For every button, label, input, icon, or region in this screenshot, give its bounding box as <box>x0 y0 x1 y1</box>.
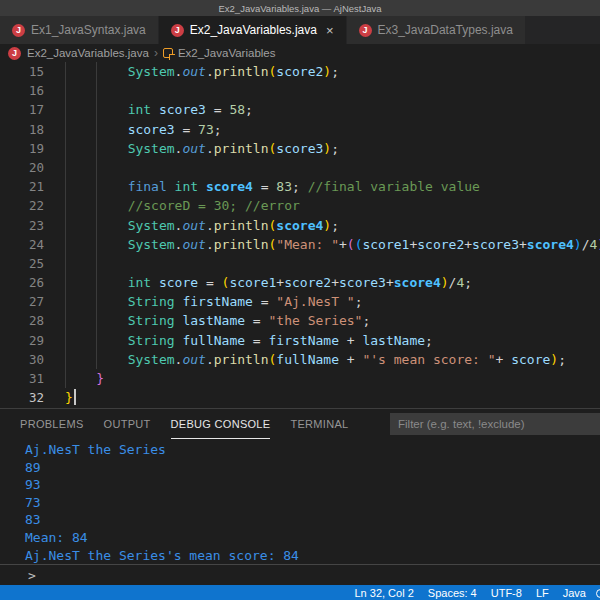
editor-tab[interactable]: JEx2_JavaVariables.java× <box>159 16 347 44</box>
status-item-ln-32-col-2[interactable]: Ln 32, Col 2 <box>354 587 413 599</box>
console-output-line: 89 <box>25 459 600 477</box>
code-text: System.out.println("Mean: "+((score1+sco… <box>44 235 600 254</box>
status-item-java[interactable]: Java <box>563 587 586 599</box>
code-line[interactable]: 25 <box>0 254 600 273</box>
breadcrumb-file[interactable]: Ex2_JavaVariables.java <box>27 47 149 59</box>
code-line[interactable]: 28 String lastName = "the Series"; <box>0 311 600 330</box>
line-number: 15 <box>0 62 44 81</box>
code-line[interactable]: 26 int score = (score1+score2+score3+sco… <box>0 273 600 292</box>
status-item-utf-8[interactable]: UTF-8 <box>491 587 522 599</box>
code-text <box>44 254 65 273</box>
code-line[interactable]: 17 int score3 = 58; <box>0 100 600 119</box>
java-file-icon: J <box>359 24 372 37</box>
title-bar: Ex2_JavaVariables.java — AjNestJava <box>0 0 600 16</box>
java-file-icon: J <box>171 24 184 37</box>
line-number: 24 <box>0 235 44 254</box>
panel-tab-problems[interactable]: PROBLEMS <box>20 409 84 439</box>
line-number: 18 <box>0 120 44 139</box>
code-line[interactable]: 22 //scoreD = 30; //error <box>0 196 600 215</box>
code-text: System.out.println(fullName + "'s mean s… <box>44 350 566 369</box>
code-line[interactable]: 31 } <box>0 369 600 388</box>
line-number: 21 <box>0 177 44 196</box>
line-number: 32 <box>0 388 44 407</box>
code-line[interactable]: 27 String firstName = "Aj.NesT "; <box>0 292 600 311</box>
line-number: 23 <box>0 216 44 235</box>
code-line[interactable]: 16 <box>0 81 600 100</box>
code-line[interactable]: 18 score3 = 73; <box>0 120 600 139</box>
vscode-window: Ex2_JavaVariables.java — AjNestJava JEx1… <box>0 0 600 600</box>
window-title: Ex2_JavaVariables.java — AjNestJava <box>219 3 382 14</box>
java-file-icon: J <box>8 47 21 60</box>
code-line[interactable]: 24 System.out.println("Mean: "+((score1+… <box>0 235 600 254</box>
console-output-line: 93 <box>25 476 600 494</box>
code-line[interactable]: 21 final int score4 = 83; //final variab… <box>0 177 600 196</box>
breadcrumb-symbol[interactable]: Ex2_JavaVariables <box>178 47 276 59</box>
code-text: //scoreD = 30; //error <box>44 196 300 215</box>
editor-tab[interactable]: JEx3_JavaDataTypes.java <box>347 16 526 44</box>
close-icon[interactable]: × <box>326 24 334 37</box>
code-text: int score = (score1+score2+score3+score4… <box>44 273 472 292</box>
code-text: String firstName = "Aj.NesT "; <box>44 292 362 311</box>
console-output-line: Aj.NesT the Series's mean score: 84 <box>25 547 600 564</box>
code-line[interactable]: 29 String fullName = firstName + lastNam… <box>0 331 600 350</box>
code-text <box>44 81 65 100</box>
code-text: System.out.println(score3); <box>44 139 339 158</box>
tab-label: Ex2_JavaVariables.java <box>190 23 317 37</box>
status-item-lf[interactable]: LF <box>536 587 549 599</box>
code-text: } <box>44 388 76 407</box>
editor-tab[interactable]: JEx1_JavaSyntax.java <box>0 16 159 44</box>
line-number: 20 <box>0 158 44 177</box>
line-number: 27 <box>0 292 44 311</box>
code-text: System.out.println(score2); <box>44 62 339 81</box>
code-text: String fullName = firstName + lastName; <box>44 331 433 350</box>
code-text: System.out.println(score4); <box>44 216 339 235</box>
java-file-icon: J <box>12 24 25 37</box>
code-line[interactable]: 15 System.out.println(score2); <box>0 62 600 81</box>
chevron-right-icon: › <box>154 46 158 60</box>
console-output-line: 83 <box>25 511 600 529</box>
line-number: 28 <box>0 311 44 330</box>
bottom-panel: PROBLEMSOUTPUTDEBUG CONSOLETERMINAL Aj.N… <box>0 408 600 585</box>
line-number: 22 <box>0 196 44 215</box>
status-clipped-icon <box>596 589 600 598</box>
code-text: String lastName = "the Series"; <box>44 311 370 330</box>
panel-tab-debug-console[interactable]: DEBUG CONSOLE <box>171 409 271 439</box>
debug-console-input[interactable]: > <box>0 564 600 585</box>
line-number: 29 <box>0 331 44 350</box>
indent-guide <box>96 62 97 369</box>
code-text: final int score4 = 83; //final variable … <box>44 177 480 196</box>
console-output-line: 73 <box>25 494 600 512</box>
debug-console-output[interactable]: Aj.NesT the Series89937383Mean: 84Aj.Nes… <box>0 439 600 564</box>
text-cursor <box>74 389 76 405</box>
panel-tab-bar: PROBLEMSOUTPUTDEBUG CONSOLETERMINAL <box>0 409 600 439</box>
line-number: 19 <box>0 139 44 158</box>
code-text: score3 = 73; <box>44 120 222 139</box>
indent-guide <box>65 62 66 388</box>
console-output-line: Aj.NesT the Series <box>25 441 600 459</box>
code-line[interactable]: 20 <box>0 158 600 177</box>
console-filter-input[interactable] <box>390 413 600 435</box>
line-number: 26 <box>0 273 44 292</box>
code-editor[interactable]: 15 System.out.println(score2);1617 int s… <box>0 62 600 408</box>
class-symbol-icon <box>163 48 173 58</box>
code-line[interactable]: 32} <box>0 388 600 407</box>
code-line[interactable]: 30 System.out.println(fullName + "'s mea… <box>0 350 600 369</box>
status-item-spaces-4[interactable]: Spaces: 4 <box>428 587 477 599</box>
status-bar: Ln 32, Col 2Spaces: 4UTF-8LFJava <box>0 585 600 600</box>
line-number: 30 <box>0 350 44 369</box>
breadcrumb[interactable]: J Ex2_JavaVariables.java › Ex2_JavaVaria… <box>0 44 600 62</box>
code-line[interactable]: 19 System.out.println(score3); <box>0 139 600 158</box>
tab-label: Ex1_JavaSyntax.java <box>31 23 146 37</box>
editor-tab-bar: JEx1_JavaSyntax.javaJEx2_JavaVariables.j… <box>0 16 600 44</box>
code-line[interactable]: 23 System.out.println(score4); <box>0 216 600 235</box>
line-number: 31 <box>0 369 44 388</box>
panel-tab-terminal[interactable]: TERMINAL <box>290 409 348 439</box>
panel-tab-output[interactable]: OUTPUT <box>104 409 151 439</box>
line-number: 25 <box>0 254 44 273</box>
tab-label: Ex3_JavaDataTypes.java <box>378 23 513 37</box>
code-text: int score3 = 58; <box>44 100 253 119</box>
code-text: } <box>44 369 104 388</box>
line-number: 16 <box>0 81 44 100</box>
line-number: 17 <box>0 100 44 119</box>
code-text <box>44 158 65 177</box>
